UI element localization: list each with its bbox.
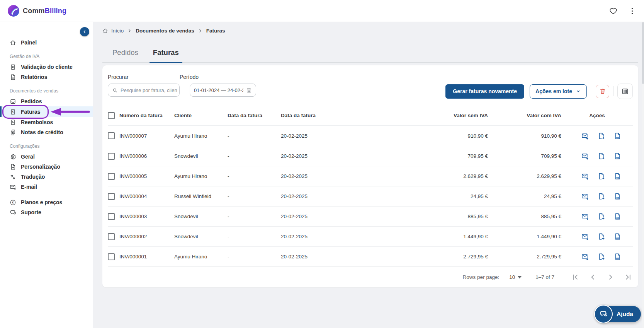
cell-value-with-vat: 24,95 € xyxy=(488,193,561,199)
last-page-button[interactable] xyxy=(624,273,633,282)
rows-per-page-select[interactable]: 10 xyxy=(509,274,522,280)
pagination: Rows per page: 10 1–7 of 7 xyxy=(108,266,633,287)
mail-send-button[interactable] xyxy=(581,233,589,240)
cell-actions: XML xyxy=(561,152,633,160)
batch-actions-button[interactable]: Ações em lote xyxy=(530,84,587,99)
row-checkbox[interactable] xyxy=(108,253,115,260)
file-export-button[interactable] xyxy=(598,152,605,160)
sidebar-item-traducao[interactable]: Tradução xyxy=(0,172,93,182)
mail-send-button[interactable] xyxy=(581,152,589,160)
prev-page-button[interactable] xyxy=(588,273,597,282)
cell-invoice-date-2: 20-02-2025 xyxy=(281,214,418,219)
row-checkbox[interactable] xyxy=(108,132,115,139)
cell-invoice-date-1: - xyxy=(228,254,281,260)
file-export-button[interactable] xyxy=(598,213,605,220)
file-export-button[interactable] xyxy=(598,173,605,180)
breadcrumb-item-documentos-de-vendas[interactable]: Documentos de vendas xyxy=(136,28,194,34)
file-xml-button[interactable]: XML xyxy=(614,132,621,140)
delete-button[interactable] xyxy=(596,85,609,98)
sidebar: PainelGestão de IVAValidação do clienteR… xyxy=(0,22,93,328)
sidebar-collapse-button[interactable] xyxy=(80,27,89,36)
heart-icon[interactable] xyxy=(609,7,617,15)
cell-invoice-number: INV/000006 xyxy=(119,153,174,159)
sidebar-item-planos-e-precos[interactable]: €Planos e preços xyxy=(0,197,93,207)
cell-actions: XML xyxy=(561,132,633,140)
file-xml-button[interactable]: XML xyxy=(614,193,621,200)
sidebar-item-painel[interactable]: Painel xyxy=(0,38,93,48)
file-export-icon xyxy=(598,233,605,240)
next-page-button[interactable] xyxy=(606,273,615,282)
sidebar-item-reembolsos[interactable]: Reembolsos xyxy=(0,117,93,127)
pagination-nav xyxy=(571,273,633,282)
sidebar-item-label: Pedidos xyxy=(21,98,42,104)
sidebar-item-label: Faturas xyxy=(21,109,41,115)
scrollbar[interactable] xyxy=(642,22,644,328)
row-checkbox[interactable] xyxy=(108,233,115,240)
cell-client: Snowdevil xyxy=(174,234,228,239)
mail-send-icon xyxy=(581,213,589,220)
customize-icon xyxy=(10,164,16,170)
mail-send-button[interactable] xyxy=(581,132,589,140)
select-all-checkbox[interactable] xyxy=(108,112,115,119)
row-checkbox[interactable] xyxy=(108,153,115,160)
file-xml-button[interactable]: XML xyxy=(614,213,621,220)
cell-client: Ayumu Hirano xyxy=(174,133,228,139)
file-xml-button[interactable]: XML xyxy=(614,173,621,180)
sidebar-section-configuracoes: Configurações xyxy=(0,142,93,150)
sidebar-item-pedidos[interactable]: Pedidos xyxy=(0,96,93,106)
brand-name: CommBilling xyxy=(23,7,66,15)
sidebar-item-personalizacao[interactable]: Personalização xyxy=(0,162,93,172)
scrollbar-thumb[interactable] xyxy=(642,22,644,84)
table-header-row: Número da faturaClienteData da faturaDat… xyxy=(108,106,633,126)
first-page-button[interactable] xyxy=(571,273,579,282)
sidebar-item-label: Reembolsos xyxy=(21,119,53,125)
cell-invoice-date-1: - xyxy=(228,193,281,199)
help-button[interactable]: Ajuda xyxy=(596,306,641,322)
sidebar-item-validacao-do-cliente[interactable]: Validação do cliente xyxy=(0,62,93,72)
cell-value-without-vat: 2.729,95 € xyxy=(418,254,488,260)
sidebar-section-documentos-de-vendas: Documentos de vendas xyxy=(0,87,93,95)
column-header-data-da-fatura: Data da fatura xyxy=(281,113,418,118)
svg-text:XML: XML xyxy=(616,177,620,179)
sidebar-item-relatorios[interactable]: Relatórios xyxy=(0,72,93,82)
main-content: InícioDocumentos de vendasFaturas Pedido… xyxy=(93,22,644,328)
cell-value-with-vat: 2.729,95 € xyxy=(488,254,561,260)
mail-send-button[interactable] xyxy=(581,253,589,260)
sidebar-item-notas-de-credito[interactable]: Notas de crédito xyxy=(0,127,93,137)
sidebar-item-geral[interactable]: Geral xyxy=(0,152,93,162)
sidebar-item-label: Planos e preços xyxy=(21,199,62,205)
sidebar-item-label: Tradução xyxy=(21,174,45,180)
chevron-down-icon xyxy=(576,89,581,94)
columns-settings-button[interactable] xyxy=(617,84,633,99)
sidebar-item-e-mail[interactable]: E-mail xyxy=(0,182,93,192)
file-export-button[interactable] xyxy=(598,193,605,200)
file-export-button[interactable] xyxy=(598,132,605,140)
tab-faturas[interactable]: Faturas xyxy=(151,48,180,62)
file-xml-button[interactable]: XML xyxy=(614,233,621,240)
mail-send-button[interactable] xyxy=(581,173,589,180)
help-chat-circle xyxy=(594,305,613,323)
file-xml-button[interactable]: XML xyxy=(614,253,621,260)
regenerate-invoices-button[interactable]: Gerar faturas novamente xyxy=(445,84,524,99)
search-input[interactable] xyxy=(108,84,180,97)
cell-value-with-vat: 910,90 € xyxy=(488,133,561,139)
cell-invoice-date-2: 20-02-2025 xyxy=(281,133,418,139)
row-checkbox[interactable] xyxy=(108,213,115,220)
period-input[interactable]: 01-01-2024 — 24-02-2025 xyxy=(190,84,256,97)
search-input-field[interactable] xyxy=(121,87,177,93)
mail-send-button[interactable] xyxy=(581,193,589,200)
mail-send-button[interactable] xyxy=(581,213,589,220)
file-export-button[interactable] xyxy=(598,233,605,240)
home-icon[interactable] xyxy=(102,28,108,34)
tab-pedidos[interactable]: Pedidos xyxy=(111,48,140,62)
breadcrumb-item-inicio[interactable]: Início xyxy=(111,28,124,34)
row-checkbox[interactable] xyxy=(108,193,115,200)
gear-icon xyxy=(10,154,16,160)
kebab-menu-icon[interactable] xyxy=(628,7,636,15)
row-checkbox[interactable] xyxy=(108,173,115,180)
sidebar-item-suporte[interactable]: Suporte xyxy=(0,207,93,217)
file-xml-button[interactable]: XML xyxy=(614,152,621,160)
file-export-button[interactable] xyxy=(598,253,605,260)
sidebar-item-faturas[interactable]: €Faturas xyxy=(0,106,93,117)
period-label: Período xyxy=(180,74,256,80)
